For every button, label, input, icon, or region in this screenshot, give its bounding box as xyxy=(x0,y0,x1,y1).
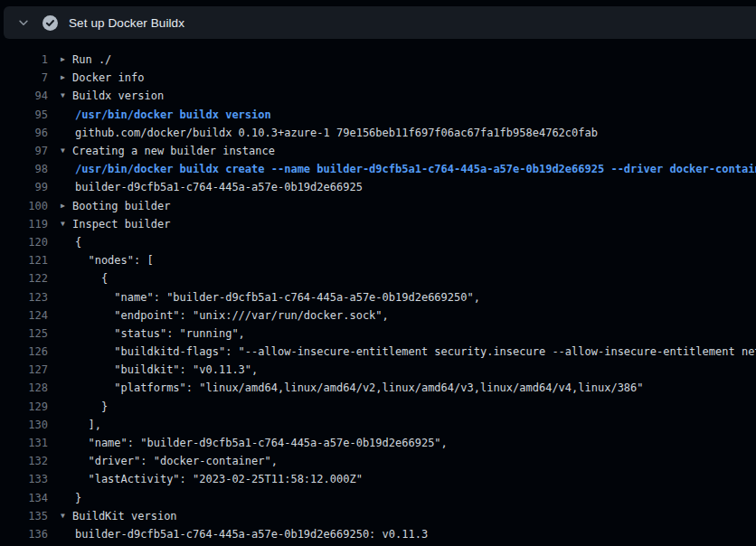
group-title: Booting builder xyxy=(72,200,170,212)
group-title: Docker info xyxy=(72,71,144,84)
group-title: Inspect builder xyxy=(72,218,170,231)
output-text: "driver": "docker-container", xyxy=(61,455,278,467)
line-number[interactable]: 98 xyxy=(0,163,48,175)
triangle-right-icon: ▶ xyxy=(61,51,72,69)
log-line: 7▶Docker info xyxy=(0,69,756,87)
log-line: 126 "buildkitd-flags": "--allow-insecure… xyxy=(0,343,756,361)
line-number[interactable]: 131 xyxy=(0,437,48,449)
line-number[interactable]: 97 xyxy=(0,145,48,157)
actions-log-viewer: Set up Docker Buildx 1▶Run ./7▶Docker in… xyxy=(0,0,756,546)
log-text-wrap: "buildkit": "v0.11.3", xyxy=(48,363,756,376)
triangle-down-icon: ▼ xyxy=(61,215,72,233)
group-title: Creating a new builder instance xyxy=(72,145,275,157)
log-line: 99builder-d9cfb5a1-c764-445a-a57e-0b19d2… xyxy=(0,178,756,196)
output-text: { xyxy=(61,236,81,249)
line-number[interactable]: 99 xyxy=(0,181,48,193)
log-line: 136builder-d9cfb5a1-c764-445a-a57e-0b19d… xyxy=(0,525,756,543)
check-circle-icon xyxy=(43,15,58,31)
line-number[interactable]: 95 xyxy=(0,108,48,121)
output-text: "status": "running", xyxy=(61,327,245,340)
line-number[interactable]: 100 xyxy=(0,200,48,212)
log-group-toggle[interactable]: ▼Inspect builder xyxy=(48,215,756,233)
log-text-wrap: "status": "running", xyxy=(48,327,756,340)
log-line: 131 "name": "builder-d9cfb5a1-c764-445a-… xyxy=(0,434,756,452)
log-line: 124 "endpoint": "unix:///var/run/docker.… xyxy=(0,306,756,325)
log-line: 96github.com/docker/buildx 0.10.3+azure-… xyxy=(0,124,756,142)
triangle-right-icon: ▶ xyxy=(61,69,72,87)
log-group-toggle[interactable]: ▼BuildKit version xyxy=(48,507,756,525)
line-number[interactable]: 94 xyxy=(0,89,48,102)
log-text-wrap: { xyxy=(48,272,756,285)
log-group-toggle[interactable]: ▼Buildx version xyxy=(48,87,756,105)
triangle-right-icon: ▶ xyxy=(61,197,72,215)
log-group-toggle[interactable]: ▶Booting builder xyxy=(48,197,756,215)
log-line: 129 } xyxy=(0,398,756,416)
log-line: 94▼Buildx version xyxy=(0,87,756,105)
line-number[interactable]: 126 xyxy=(0,345,48,358)
log-line: 128 "platforms": "linux/amd64,linux/amd6… xyxy=(0,379,756,397)
line-number[interactable]: 7 xyxy=(0,71,48,84)
line-number[interactable]: 128 xyxy=(0,381,48,394)
log-text-wrap: /usr/bin/docker buildx version xyxy=(48,108,756,121)
group-title: BuildKit version xyxy=(72,510,177,522)
log-text-wrap: ], xyxy=(48,419,756,431)
log-text-wrap: builder-d9cfb5a1-c764-445a-a57e-0b19d2e6… xyxy=(48,528,756,541)
line-number[interactable]: 136 xyxy=(0,528,48,541)
line-number[interactable]: 124 xyxy=(0,309,48,322)
line-number[interactable]: 129 xyxy=(0,400,48,413)
command-text: /usr/bin/docker buildx version xyxy=(61,108,271,121)
line-number[interactable]: 125 xyxy=(0,327,48,340)
line-number[interactable]: 122 xyxy=(0,272,48,285)
output-text: { xyxy=(61,272,108,285)
log-text-wrap: "name": "builder-d9cfb5a1-c764-445a-a57e… xyxy=(48,437,756,449)
log-text-wrap: "endpoint": "unix:///var/run/docker.sock… xyxy=(48,309,756,322)
line-number[interactable]: 130 xyxy=(0,419,48,431)
line-number[interactable]: 121 xyxy=(0,254,48,267)
log-group-toggle[interactable]: ▶Docker info xyxy=(48,69,756,87)
log-line: 100▶Booting builder xyxy=(0,197,756,215)
log-text-wrap: "name": "builder-d9cfb5a1-c764-445a-a57e… xyxy=(48,291,756,304)
line-number[interactable]: 134 xyxy=(0,492,48,504)
log-text-wrap: /usr/bin/docker buildx create --name bui… xyxy=(48,163,756,175)
log-line: 95/usr/bin/docker buildx version xyxy=(0,106,756,124)
log-text-wrap: "driver": "docker-container", xyxy=(48,455,756,467)
log-text-wrap: "nodes": [ xyxy=(48,254,756,267)
line-number[interactable]: 133 xyxy=(0,473,48,485)
line-number[interactable]: 132 xyxy=(0,455,48,467)
group-title: Run ./ xyxy=(72,53,111,66)
line-number[interactable]: 135 xyxy=(0,510,48,522)
log-line: 119▼Inspect builder xyxy=(0,215,756,233)
line-number[interactable]: 96 xyxy=(0,127,48,139)
output-text: "name": "builder-d9cfb5a1-c764-445a-a57e… xyxy=(61,437,448,449)
log-line: 98/usr/bin/docker buildx create --name b… xyxy=(0,160,756,178)
output-text: "endpoint": "unix:///var/run/docker.sock… xyxy=(61,309,389,322)
step-title: Set up Docker Buildx xyxy=(69,16,184,30)
output-text: } xyxy=(61,400,108,413)
command-text: /usr/bin/docker buildx create --name bui… xyxy=(61,163,756,175)
log-line: 135▼BuildKit version xyxy=(0,507,756,525)
log-line: 97▼Creating a new builder instance xyxy=(0,142,756,160)
line-number[interactable]: 127 xyxy=(0,363,48,376)
output-text: builder-d9cfb5a1-c764-445a-a57e-0b19d2e6… xyxy=(61,528,428,541)
line-number[interactable]: 123 xyxy=(0,291,48,304)
line-number[interactable]: 119 xyxy=(0,218,48,231)
log-line: 133 "lastActivity": "2023-02-25T11:58:12… xyxy=(0,470,756,488)
log-text-wrap: "buildkitd-flags": "--allow-insecure-ent… xyxy=(48,345,756,358)
line-number[interactable]: 1 xyxy=(0,53,48,66)
step-header[interactable]: Set up Docker Buildx xyxy=(4,6,756,39)
log-line: 122 { xyxy=(0,269,756,287)
output-text: } xyxy=(61,492,81,504)
log-line: 127 "buildkit": "v0.11.3", xyxy=(0,361,756,379)
chevron-down-icon[interactable] xyxy=(17,16,30,29)
line-number[interactable]: 120 xyxy=(0,236,48,249)
log-text-wrap: "lastActivity": "2023-02-25T11:58:12.000… xyxy=(48,473,756,485)
output-text: ], xyxy=(61,419,101,431)
output-text: builder-d9cfb5a1-c764-445a-a57e-0b19d2e6… xyxy=(61,181,363,193)
log-lines: 1▶Run ./7▶Docker info94▼Buildx version95… xyxy=(0,51,756,543)
log-group-toggle[interactable]: ▼Creating a new builder instance xyxy=(48,142,756,160)
output-text: "nodes": [ xyxy=(61,254,154,267)
triangle-down-icon: ▼ xyxy=(61,142,72,160)
log-text-wrap: "platforms": "linux/amd64,linux/amd64/v2… xyxy=(48,381,756,394)
log-group-toggle[interactable]: ▶Run ./ xyxy=(48,51,756,69)
log-text-wrap: } xyxy=(48,400,756,413)
